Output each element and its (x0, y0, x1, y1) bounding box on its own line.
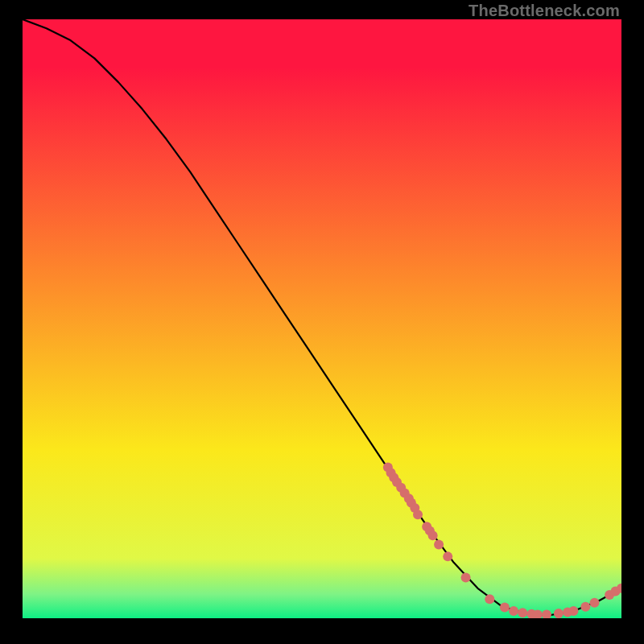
bottleneck-chart (23, 19, 621, 618)
chart-point (580, 602, 590, 612)
chart-point (509, 606, 518, 616)
chart-point (590, 598, 600, 608)
chart-container (23, 19, 621, 618)
chart-point (518, 608, 527, 617)
chart-point (500, 603, 510, 613)
chart-point (554, 609, 564, 618)
chart-point (413, 510, 423, 519)
watermark-text: TheBottleneck.com (469, 2, 620, 20)
chart-point (428, 530, 438, 540)
chart-point (443, 551, 452, 561)
chart-point (434, 539, 444, 549)
chart-point (568, 606, 578, 616)
chart-point (485, 594, 494, 604)
chart-background (23, 19, 621, 618)
chart-point (461, 572, 471, 582)
